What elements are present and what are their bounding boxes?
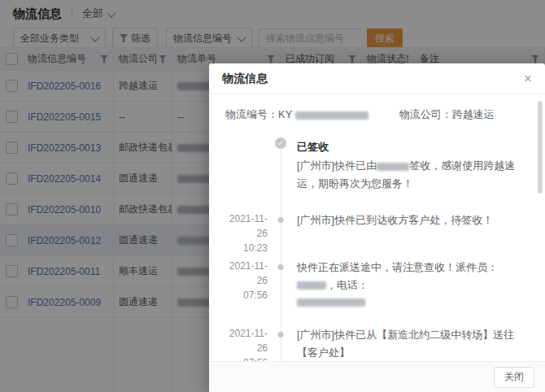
- timeline-time-value: 07:56: [224, 355, 268, 361]
- shipment-code-label: 物流编号：: [225, 108, 278, 120]
- timeline-date-value: 2021-11-26: [224, 259, 268, 288]
- shipment-code-prefix: KY: [278, 108, 292, 120]
- shipment-info-row: 物流编号：KY 物流公司：跨越速运: [224, 107, 525, 122]
- timeline-time-value: 07:56: [224, 288, 268, 303]
- timeline-rail: [268, 208, 294, 255]
- redacted-phone: [297, 298, 365, 307]
- timeline-time-value: 10:23: [224, 241, 268, 255]
- modal-scrollbar[interactable]: [538, 101, 543, 194]
- timeline-rail: ✓: [268, 135, 294, 208]
- shipment-company-value: 跨越速运: [452, 108, 495, 120]
- timeline-line: [281, 150, 281, 208]
- timeline-rail: [268, 323, 294, 361]
- timeline-item: 2021-11-26 10:23 [广州市]快件已到达收方客户处，待签收！: [224, 208, 525, 255]
- timeline-text: 快件正在派送途中，请注意查收！派件员：: [297, 261, 498, 273]
- timeline-date: 2021-11-26 07:56: [224, 323, 268, 361]
- timeline-rail: [268, 255, 294, 323]
- modal-header: 物流信息 ×: [209, 63, 545, 94]
- timeline-item: ✓ 已签收 [广州市]快件已由签收，感谢使用跨越速运，期盼再次为您服务！: [224, 135, 525, 208]
- timeline-status: 已签收: [297, 138, 525, 155]
- check-circle-icon: ✓: [275, 137, 286, 149]
- timeline-content: 快件正在派送途中，请注意查收！派件员：，电话：: [294, 255, 525, 323]
- modal-body: 物流编号：KY 物流公司：跨越速运 ✓ 已签收 [广州市]快件已由签收，感谢使用…: [209, 94, 545, 361]
- timeline-date-value: 2021-11-26: [224, 211, 268, 241]
- timeline-text: [广州市]快件已到达收方客户处，待签收！: [297, 214, 493, 226]
- shipment-company: 物流公司：跨越速运: [399, 107, 495, 122]
- timeline-item: 2021-11-26 07:56 快件正在派送途中，请注意查收！派件员：，电话：: [224, 255, 525, 323]
- redacted-courier-name: [297, 281, 326, 290]
- timeline-dot: [278, 332, 284, 338]
- timeline-content: 已签收 [广州市]快件已由签收，感谢使用跨越速运，期盼再次为您服务！: [294, 135, 525, 208]
- timeline-line: [281, 208, 281, 255]
- shipment-code: 物流编号：KY: [225, 107, 368, 122]
- timeline-dot: [278, 217, 284, 223]
- timeline-item: 2021-11-26 07:56 [广州市]快件已从【新造北约二级中转场】送往【…: [224, 323, 525, 361]
- timeline-content: [广州市]快件已从【新造北约二级中转场】送往【客户处】: [294, 323, 525, 361]
- timeline-date: [224, 135, 268, 208]
- timeline-text: ，电话：: [326, 279, 368, 291]
- timeline-date-value: 2021-11-26: [224, 326, 268, 355]
- timeline-date: 2021-11-26 07:56: [224, 255, 268, 323]
- tracking-timeline: ✓ 已签收 [广州市]快件已由签收，感谢使用跨越速运，期盼再次为您服务！ 202…: [224, 135, 525, 361]
- timeline-content: [广州市]快件已到达收方客户处，待签收！: [294, 208, 525, 255]
- redacted-signer: [377, 163, 409, 171]
- logistics-detail-modal: 物流信息 × 物流编号：KY 物流公司：跨越速运 ✓ 已签收 [广州市: [209, 63, 545, 392]
- modal-footer: 关闭: [209, 361, 545, 392]
- timeline-dot: [278, 264, 284, 270]
- timeline-text: [广州市]快件已从【新造北约二级中转场】送往【客户处】: [297, 329, 514, 358]
- close-button[interactable]: 关闭: [494, 367, 534, 388]
- timeline-text: [广州市]快件已由: [297, 159, 377, 172]
- shipment-company-label: 物流公司：: [399, 108, 452, 120]
- close-icon[interactable]: ×: [524, 72, 532, 85]
- modal-title: 物流信息: [222, 72, 268, 86]
- timeline-date: 2021-11-26 10:23: [224, 208, 268, 255]
- redacted-shipment-code: [295, 111, 368, 120]
- timeline-line: [281, 323, 281, 361]
